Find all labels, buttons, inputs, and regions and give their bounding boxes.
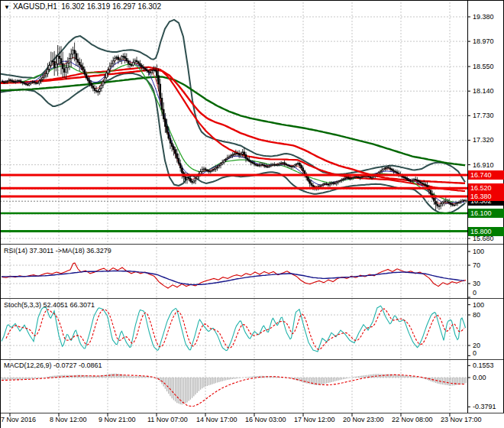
x-axis-label: 9 Nov 21:00 [99,416,136,424]
stoch-axis-label: 0 [473,349,477,358]
x-axis-label: 8 Nov 12:00 [50,416,87,424]
x-axis-label: 17 Nov 12:00 [294,416,335,424]
labels-layer: ▼XAGUSD,H1 16.302 16.319 16.297 16.302 R… [0,0,504,428]
stoch-axis-label: 100 [473,301,484,310]
y-axis-label: 18.970 [473,37,494,46]
y-axis-label: 16.910 [473,161,494,170]
chart-title-symbol: XAGUSD,H1 [13,2,57,11]
macd-pane-label: MACD(12,26,9) -0.0727 -0.0861 [4,362,102,369]
price-level-badge-15.800[interactable]: 15.800 [468,227,504,236]
chart-title-quotes: 16.302 16.319 16.297 16.302 [61,2,161,11]
chart-window: ▼XAGUSD,H1 16.302 16.319 16.297 16.302 R… [0,0,504,428]
y-axis-label: 19.380 [473,13,494,21]
y-axis-label: 18.550 [473,63,494,71]
x-axis-label: 14 Nov 17:00 [196,416,237,424]
y-axis-label: 18.140 [473,87,494,96]
price-level-badge-16.100[interactable]: 16.100 [468,209,504,218]
price-level-badge-16.380[interactable]: 16.380 [468,192,504,201]
y-axis-label: 17.320 [473,136,494,144]
x-axis-label: 7 Nov 2016 [1,416,36,424]
rsi-axis-label: 70 [473,261,480,270]
rsi-axis-label: 100 [473,248,484,256]
y-axis-label: 17.730 [473,112,494,120]
rsi-axis-label: 0 [473,289,477,297]
price-level-badge-16.740[interactable]: 16.740 [468,170,504,180]
chart-title: ▼XAGUSD,H1 16.302 16.319 16.297 16.302 [4,2,161,11]
rsi-axis-label: 30 [473,280,480,288]
x-axis-label: 16 Nov 03:00 [245,416,286,424]
macd-axis-label: -0.3791 [473,403,496,411]
rsi-pane-label: RSI(14) 37.3011 ->MA(18) 36.3279 [4,247,111,255]
stoch-axis-label: 80 [473,311,480,319]
x-axis-label: 11 Nov 07:00 [147,416,188,424]
x-axis-label: 23 Nov 17:00 [441,416,482,424]
x-axis-label: 22 Nov 08:00 [392,416,433,424]
stoch-pane-label: Stoch(5,3,3) 52.4051 66.3071 [4,301,95,309]
x-axis-label: 20 Nov 23:00 [343,416,384,424]
symbol-dropdown-icon[interactable]: ▼ [4,4,10,11]
macd-axis-label: 0.1553 [473,362,494,370]
macd-axis-label: 0.00 [473,374,486,382]
